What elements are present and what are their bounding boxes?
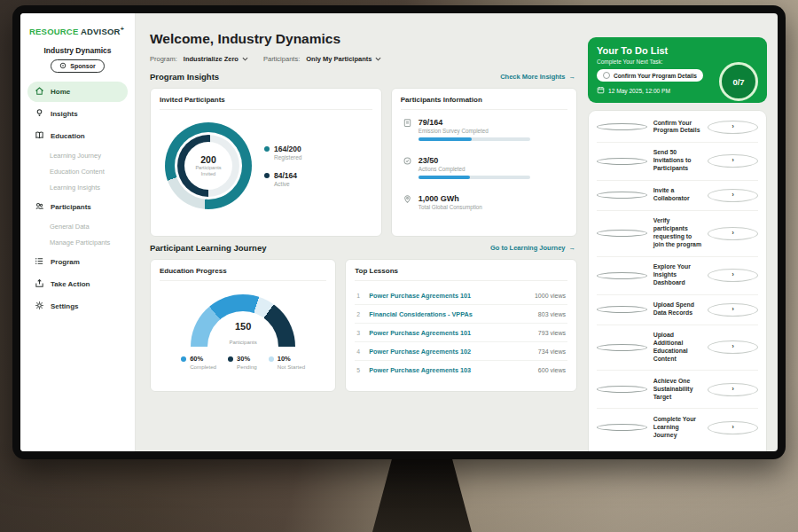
lesson-row[interactable]: 3 Power Purchase Agreements 101 793 view… (355, 324, 567, 342)
lesson-row[interactable]: 1 Power Purchase Agreements 101 1000 vie… (355, 286, 567, 305)
education-gauge-chart: 150 Participants (191, 294, 295, 347)
participants-information-card: Participants Information 79/164 Emission… (391, 88, 577, 237)
todo-title: Your To Do List (597, 45, 758, 56)
chevron-right-icon[interactable]: › (708, 383, 758, 396)
chevron-right-icon[interactable]: › (708, 189, 758, 202)
check-circle-icon (403, 156, 412, 167)
sponsor-icon (59, 62, 66, 70)
chevron-right-icon[interactable]: › (708, 303, 758, 317)
task-row[interactable]: Verify participants requesting to join t… (597, 211, 758, 257)
chevron-right-icon[interactable]: › (708, 421, 758, 434)
sidebar: RESOURCE ADVISOR+ Industry Dynamics Spon… (20, 13, 136, 451)
participants-filter-dropdown[interactable]: Only My Participants (306, 55, 381, 63)
filters-bar: Program: Industrialize Zero Participants… (150, 55, 577, 63)
sidebar-item-general-data[interactable]: General Data (27, 219, 128, 234)
arrow-right-icon: → (569, 244, 576, 252)
actions-completed-stat: 23/50 Actions Completed (403, 155, 567, 186)
learning-journey-header: Participant Learning Journey Go to Learn… (150, 243, 575, 253)
chevron-down-icon (375, 55, 381, 63)
checkbox-circle[interactable] (597, 158, 647, 165)
invited-donut-chart: 200 Participants Invited (165, 122, 252, 209)
sidebar-item-manage-participants[interactable]: Manage Participants (27, 235, 128, 250)
chevron-right-icon[interactable]: › (708, 340, 758, 354)
sidebar-item-learning-journey[interactable]: Learning Journey (27, 148, 128, 163)
collapse-tasks-button[interactable]: Collapse Tasks (597, 446, 758, 451)
invited-participants-card: Invited Participants 200 Participants In… (150, 88, 382, 237)
checkbox-circle[interactable] (597, 123, 647, 130)
todo-column: Your To Do List Complete Your Next Task:… (586, 13, 778, 451)
sidebar-item-education-content[interactable]: Education Content (27, 164, 128, 179)
todo-task-list: Confirm Your Program Details › Send 50 I… (588, 110, 767, 451)
chevron-right-icon[interactable]: › (708, 227, 758, 240)
gauge-center-label: Participants (229, 340, 256, 345)
chevron-down-icon (242, 55, 248, 63)
legend-not-started: 10% Not Started (269, 355, 305, 370)
main-content: Welcome, Industry Dynamics Program: Indu… (136, 13, 586, 451)
checkbox-circle[interactable] (597, 424, 647, 431)
chevron-right-icon[interactable]: › (708, 154, 758, 168)
legend-pending: 30% Pending (228, 355, 257, 370)
sponsor-badge[interactable]: Sponsor (51, 59, 104, 73)
app-logo: RESOURCE ADVISOR+ (27, 26, 128, 36)
lightblue-dot (269, 356, 274, 362)
gauge-legend: 60% Completed 30% Pending (181, 355, 305, 370)
clipboard-icon (403, 118, 412, 129)
sidebar-item-home[interactable]: Home (27, 82, 128, 102)
actions-progress-bar (419, 176, 530, 179)
sidebar-item-participants[interactable]: Participants (27, 197, 128, 217)
task-row[interactable]: Explore Your Insights Dashboard › (597, 257, 758, 295)
donut-center-label: Participants Invited (188, 165, 229, 176)
donut-legend: 164/200 Registered 84/164 Active (264, 145, 301, 187)
gear-icon (35, 301, 44, 312)
sidebar-item-education[interactable]: Education (27, 126, 128, 146)
calendar-icon (597, 86, 605, 95)
lesson-row[interactable]: 5 Power Purchase Agreements 103 600 view… (355, 361, 567, 379)
navy-dot (228, 356, 233, 362)
program-filter-label: Program: (150, 55, 177, 63)
task-row[interactable]: Confirm Your Program Details › (597, 113, 758, 143)
people-icon (35, 201, 44, 213)
task-row[interactable]: Achieve One Sustainability Target › (597, 371, 758, 409)
program-filter-dropdown[interactable]: Industrialize Zero (184, 55, 248, 63)
card-title: Invited Participants (160, 96, 372, 110)
checkbox-circle[interactable] (597, 344, 647, 351)
checkbox-circle[interactable] (597, 386, 647, 393)
monitor-stand (372, 458, 472, 532)
sidebar-item-learning-insights[interactable]: Learning Insights (27, 180, 128, 195)
card-title: Participants Information (401, 96, 567, 110)
checkbox-circle[interactable] (597, 306, 647, 313)
task-row[interactable]: Upload Spend Data Records › (597, 295, 758, 325)
checkbox-circle[interactable] (597, 192, 647, 199)
lesson-row[interactable]: 2 Financial Considerations - VPPAs 803 v… (355, 305, 567, 324)
insights-cards-row: Invited Participants 200 Participants In… (150, 88, 577, 237)
checkbox-circle[interactable] (603, 72, 610, 79)
task-row[interactable]: Complete Your Learning Journey › (597, 409, 758, 446)
sidebar-item-take-action[interactable]: Take Action (27, 274, 128, 294)
checkbox-circle[interactable] (597, 272, 647, 279)
program-insights-header: Program Insights Check More Insights → (150, 72, 575, 82)
sidebar-item-settings[interactable]: Settings (27, 296, 128, 317)
sidebar-item-program[interactable]: Program (27, 252, 128, 272)
home-icon (35, 86, 44, 98)
checkbox-circle[interactable] (597, 230, 647, 237)
book-icon (35, 130, 44, 142)
next-task-pill[interactable]: Confirm Your Program Details (597, 69, 703, 82)
consumption-stat: 1,000 GWh Total Global Consumption (403, 193, 567, 217)
check-more-insights-link[interactable]: Check More Insights → (500, 73, 575, 81)
task-row[interactable]: Send 50 Invitations to Participants › (597, 143, 758, 181)
chevron-right-icon[interactable]: › (708, 269, 758, 282)
lesson-row[interactable]: 4 Power Purchase Agreements 102 734 view… (355, 342, 567, 361)
legend-registered: 164/200 Registered (264, 145, 301, 160)
sponsor-label: Sponsor (70, 63, 95, 69)
sidebar-item-insights[interactable]: Insights (27, 104, 128, 124)
chevron-right-icon[interactable]: › (708, 121, 758, 134)
logo-plus: + (121, 26, 124, 32)
task-row[interactable]: Invite a Collaborator › (597, 181, 758, 211)
todo-progress-ring: 0/7 (719, 62, 758, 101)
arrow-right-icon: → (569, 73, 576, 81)
upload-action-icon (35, 278, 44, 290)
go-to-learning-journey-link[interactable]: Go to Learning Journey → (490, 244, 575, 252)
task-row[interactable]: Upload Additional Educational Content › (597, 325, 758, 372)
legend-completed: 60% Completed (181, 355, 216, 370)
blue-dot (181, 356, 186, 362)
